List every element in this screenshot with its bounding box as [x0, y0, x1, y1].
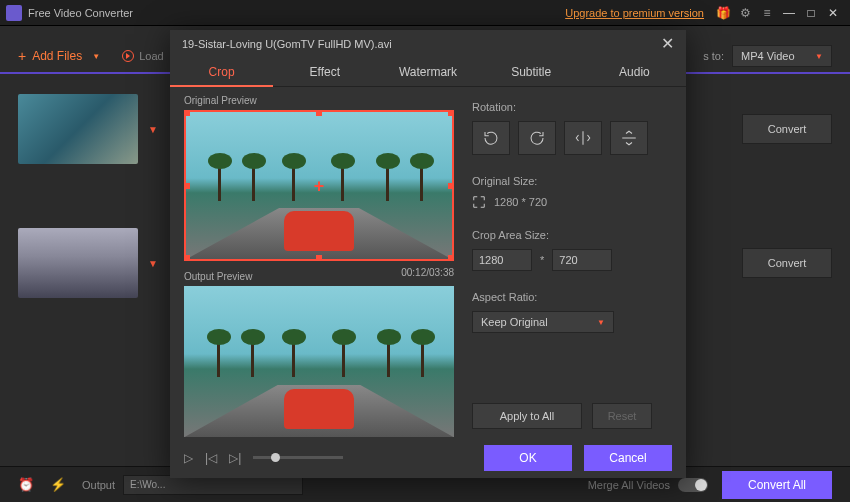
- modal-title: 19-Sistar-Loving U(GomTV FullHD MV).avi: [182, 38, 661, 50]
- tab-watermark[interactable]: Watermark: [376, 58, 479, 87]
- crop-width-input[interactable]: 1280: [472, 249, 532, 271]
- crop-handle[interactable]: [448, 110, 454, 116]
- tab-audio[interactable]: Audio: [583, 58, 686, 87]
- video-thumbnail[interactable]: [18, 94, 138, 164]
- row-format-caret[interactable]: ▼: [138, 124, 168, 135]
- aspect-value: Keep Original: [481, 316, 548, 328]
- convert-to-label: s to:: [703, 50, 724, 62]
- cancel-button[interactable]: Cancel: [584, 445, 672, 471]
- rotation-label: Rotation:: [472, 101, 672, 113]
- ok-button[interactable]: OK: [484, 445, 572, 471]
- multiply-icon: *: [540, 254, 544, 266]
- convert-all-button[interactable]: Convert All: [722, 471, 832, 499]
- close-window-button[interactable]: ✕: [822, 6, 844, 20]
- maximize-button[interactable]: □: [800, 6, 822, 20]
- crop-handle[interactable]: [316, 255, 322, 261]
- merge-toggle[interactable]: [678, 478, 708, 492]
- gpu-icon[interactable]: ⚡: [50, 477, 68, 492]
- reset-button[interactable]: Reset: [592, 403, 652, 429]
- tab-subtitle[interactable]: Subtitle: [480, 58, 583, 87]
- next-frame-button[interactable]: ▷|: [229, 451, 241, 465]
- flip-horizontal-button[interactable]: [564, 121, 602, 155]
- flip-vertical-button[interactable]: [610, 121, 648, 155]
- modal-header: 19-Sistar-Loving U(GomTV FullHD MV).avi …: [170, 30, 686, 58]
- convert-button[interactable]: Convert: [742, 114, 832, 144]
- schedule-icon[interactable]: ⏰: [18, 477, 36, 492]
- rotate-right-button[interactable]: [518, 121, 556, 155]
- output-label: Output: [82, 479, 115, 491]
- edit-modal: 19-Sistar-Loving U(GomTV FullHD MV).avi …: [170, 30, 686, 478]
- app-title: Free Video Converter: [28, 7, 565, 19]
- output-preview-label: Output Preview: [184, 271, 252, 282]
- play-button[interactable]: ▷: [184, 451, 193, 465]
- aspect-ratio-select[interactable]: Keep Original ▼: [472, 311, 614, 333]
- rotate-left-button[interactable]: [472, 121, 510, 155]
- crop-handle[interactable]: [184, 110, 190, 116]
- original-size-label: Original Size:: [472, 175, 672, 187]
- app-logo-icon: [6, 5, 22, 21]
- merge-label: Merge All Videos: [588, 479, 670, 491]
- original-size-value: 1280 * 720: [494, 196, 547, 208]
- disc-icon: [122, 50, 134, 62]
- timecode: 00:12/03:38: [401, 267, 454, 286]
- modal-body: Original Preview + Out: [170, 87, 686, 437]
- playback-controls: ▷ |◁ ▷|: [184, 451, 343, 465]
- format-value: MP4 Video: [741, 50, 795, 62]
- chevron-down-icon: ▼: [92, 52, 100, 61]
- load-disc-button[interactable]: Load: [122, 50, 163, 62]
- title-bar: Free Video Converter Upgrade to premium …: [0, 0, 850, 26]
- expand-icon[interactable]: [472, 195, 486, 209]
- apply-to-all-button[interactable]: Apply to All: [472, 403, 582, 429]
- add-files-button[interactable]: + Add Files ▼: [18, 48, 100, 64]
- plus-icon: +: [18, 48, 26, 64]
- prev-frame-button[interactable]: |◁: [205, 451, 217, 465]
- original-preview-label: Original Preview: [184, 95, 454, 106]
- settings-icon[interactable]: ⚙: [738, 6, 752, 20]
- crop-handle[interactable]: [316, 110, 322, 116]
- crop-area-label: Crop Area Size:: [472, 229, 672, 241]
- minimize-button[interactable]: —: [778, 6, 800, 20]
- original-preview[interactable]: +: [184, 110, 454, 261]
- aspect-ratio-label: Aspect Ratio:: [472, 291, 672, 303]
- upgrade-link[interactable]: Upgrade to premium version: [565, 7, 704, 19]
- video-thumbnail[interactable]: [18, 228, 138, 298]
- modal-tabs: Crop Effect Watermark Subtitle Audio: [170, 58, 686, 88]
- menu-icon[interactable]: ≡: [760, 6, 774, 20]
- convert-button[interactable]: Convert: [742, 248, 832, 278]
- tab-effect[interactable]: Effect: [273, 58, 376, 87]
- chevron-down-icon: ▼: [815, 52, 823, 61]
- output-format-select[interactable]: MP4 Video ▼: [732, 45, 832, 67]
- close-icon[interactable]: ✕: [661, 34, 674, 53]
- tab-crop[interactable]: Crop: [170, 58, 273, 87]
- crop-handle[interactable]: [184, 255, 190, 261]
- crop-handle[interactable]: [448, 183, 454, 189]
- modal-footer: ▷ |◁ ▷| OK Cancel: [170, 437, 686, 478]
- chevron-down-icon: ▼: [597, 318, 605, 327]
- crop-controls: Rotation: Original Size: 1280 * 720 Crop…: [472, 91, 672, 437]
- add-files-label: Add Files: [32, 49, 82, 63]
- crop-handle[interactable]: [184, 183, 190, 189]
- seek-slider[interactable]: [253, 456, 343, 459]
- crop-height-input[interactable]: 720: [552, 249, 612, 271]
- output-preview: [184, 286, 454, 437]
- crop-handle[interactable]: [448, 255, 454, 261]
- row-format-caret[interactable]: ▼: [138, 258, 168, 269]
- load-label: Load: [139, 50, 163, 62]
- gift-icon[interactable]: 🎁: [716, 6, 730, 20]
- preview-column: Original Preview + Out: [184, 91, 454, 437]
